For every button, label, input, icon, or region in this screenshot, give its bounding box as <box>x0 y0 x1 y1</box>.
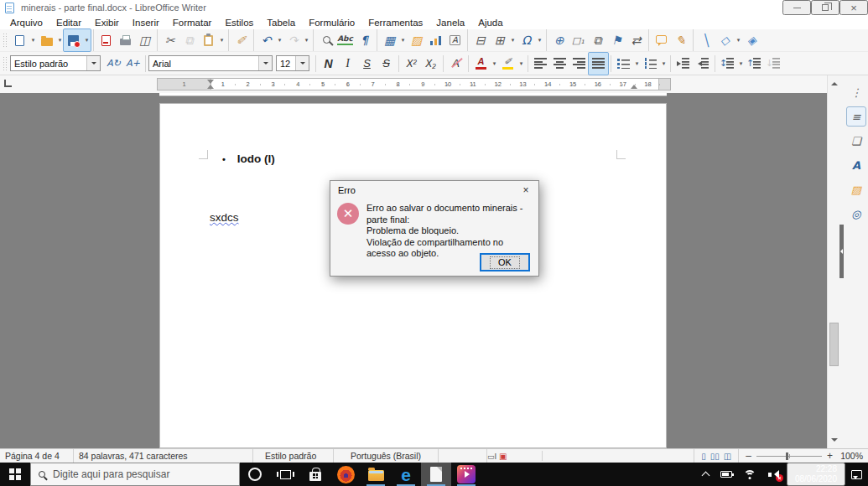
dialog-title-bar[interactable]: Erro × <box>330 181 538 199</box>
dropdown-arrow[interactable]: ▾ <box>83 31 91 50</box>
minimize-button[interactable] <box>782 0 811 15</box>
language-status[interactable]: Português (Brasil) <box>334 449 439 463</box>
document-modified-icon[interactable]: ▣ <box>499 452 507 461</box>
edge-button[interactable]: e <box>391 463 421 486</box>
insert-line-button[interactable]: ╲ <box>696 31 715 50</box>
clone-formatting-button[interactable]: ✐ <box>231 31 251 50</box>
navigator-icon[interactable]: ◎ <box>846 204 866 224</box>
undo-button[interactable]: ↶ <box>257 31 276 50</box>
insert-chart-button[interactable] <box>426 31 445 50</box>
dropdown-arrow[interactable]: ▾ <box>509 31 517 50</box>
decrease-paragraph-spacing-button[interactable]: ↓ <box>764 54 783 73</box>
special-character-button[interactable]: Ω <box>517 31 536 50</box>
horizontal-ruler[interactable]: 1 123456789101112131415161718 <box>157 78 671 90</box>
menu-janela[interactable]: Janela <box>429 17 471 28</box>
battery-tray-button[interactable] <box>715 463 738 486</box>
page-icon[interactable]: ❏ <box>846 131 866 151</box>
spell-check-button[interactable]: Abc <box>335 31 355 50</box>
right-indent-marker[interactable] <box>631 85 637 89</box>
movies-tv-button[interactable] <box>451 463 481 486</box>
selection-mode-icon[interactable]: ▭I <box>487 452 496 461</box>
tab-stop-selector-icon[interactable] <box>4 80 12 87</box>
toolbar-grip[interactable] <box>3 56 8 71</box>
dialog-close-button[interactable]: × <box>513 181 538 199</box>
italic-button[interactable]: I <box>338 54 357 73</box>
basic-shapes-button[interactable]: ◇ <box>715 31 735 50</box>
cut-button[interactable]: ✂ <box>160 31 179 50</box>
clear-formatting-button[interactable]: A <box>446 54 465 73</box>
file-explorer-button[interactable] <box>361 463 391 486</box>
single-page-view-icon[interactable]: ▯ <box>701 452 706 461</box>
align-left-button[interactable] <box>531 54 550 73</box>
paste-button[interactable] <box>199 31 218 50</box>
highlight-color-button[interactable]: ✐ <box>498 54 517 73</box>
page-style-status[interactable]: Estilo padrão <box>253 449 334 463</box>
word-count-status[interactable]: 84 palavras, 471 caracteres <box>74 449 253 463</box>
dropdown-arrow[interactable]: ▾ <box>491 54 498 73</box>
dropdown-arrow[interactable]: ▾ <box>29 31 37 50</box>
zoom-out-button[interactable]: – <box>746 450 751 462</box>
scroll-down-icon[interactable] <box>828 433 840 447</box>
properties-icon[interactable]: ≡ <box>846 106 866 127</box>
book-view-icon[interactable]: ◫ <box>724 452 731 461</box>
font-color-button[interactable]: A <box>471 54 491 73</box>
zoom-level[interactable]: 100% <box>839 451 868 461</box>
firefox-button[interactable] <box>330 463 361 486</box>
save-button[interactable] <box>64 31 83 50</box>
numbered-list-button[interactable] <box>641 54 660 73</box>
styles-icon[interactable]: A <box>846 155 866 175</box>
menu-editar[interactable]: Editar <box>49 17 88 28</box>
page-count-status[interactable]: Página 4 de 4 <box>0 449 74 463</box>
insert-textbox-button[interactable]: A <box>445 31 465 50</box>
bold-button[interactable]: N <box>319 54 338 73</box>
find-replace-button[interactable] <box>316 31 335 50</box>
dropdown-arrow[interactable]: ▾ <box>56 31 64 50</box>
typed-text[interactable]: sxdcs <box>210 211 239 224</box>
increase-paragraph-spacing-button[interactable]: ↑ <box>745 54 764 73</box>
task-view-button[interactable] <box>270 463 300 486</box>
insert-footnote-button[interactable]: □₁ <box>569 31 588 50</box>
page-break-button[interactable]: ⊟ <box>470 31 490 50</box>
scrollbar-thumb[interactable] <box>829 323 839 366</box>
dropdown-arrow[interactable]: ▾ <box>735 31 742 50</box>
new-style-button[interactable]: A+ <box>123 54 143 73</box>
action-center-button[interactable] <box>845 463 868 486</box>
justify-button[interactable] <box>589 54 608 73</box>
insert-table-button[interactable]: ▦ <box>380 31 399 50</box>
title-bar[interactable]: minerais - parte final.docx - LibreOffic… <box>0 0 868 15</box>
toolbar-grip[interactable] <box>3 33 8 48</box>
menu-ajuda[interactable]: Ajuda <box>471 17 509 28</box>
combo-arrow-icon[interactable] <box>86 56 100 70</box>
dropdown-arrow[interactable]: ▾ <box>737 54 745 73</box>
restore-button[interactable] <box>811 0 839 15</box>
writer-taskbar-button[interactable] <box>421 463 451 486</box>
menu-inserir[interactable]: Inserir <box>126 17 166 28</box>
decrease-indent-button[interactable] <box>693 54 712 73</box>
dropdown-arrow[interactable]: ▾ <box>399 31 407 50</box>
menu-ferramentas[interactable]: Ferramentas <box>361 17 429 28</box>
list-item-text[interactable]: Iodo (I) <box>237 153 275 165</box>
insert-comment-button[interactable] <box>652 31 671 50</box>
menu-arquivo[interactable]: Arquivo <box>3 17 49 28</box>
cortana-button[interactable] <box>240 463 270 486</box>
menu-formatar[interactable]: Formatar <box>166 17 219 28</box>
dropdown-arrow[interactable]: ▾ <box>218 31 226 50</box>
combo-arrow-icon[interactable] <box>295 56 309 70</box>
ok-button[interactable]: OK <box>480 253 530 271</box>
track-changes-button[interactable]: ✎ <box>671 31 690 50</box>
vertical-scrollbar[interactable] <box>828 75 840 448</box>
start-button[interactable] <box>0 463 30 486</box>
dropdown-arrow[interactable]: ▾ <box>303 31 310 50</box>
font-size-combo[interactable]: 12 <box>276 55 309 71</box>
microsoft-store-button[interactable] <box>300 463 330 486</box>
bullet-list-item[interactable]: • Iodo (I) <box>222 153 275 165</box>
taskbar-search-input[interactable] <box>53 468 221 480</box>
increase-indent-button[interactable] <box>673 54 693 73</box>
insert-endnote-button[interactable]: ⧉ <box>588 31 607 50</box>
export-pdf-button[interactable] <box>96 31 116 50</box>
first-line-indent-marker[interactable] <box>207 80 214 84</box>
insert-image-button[interactable]: ▨ <box>407 31 426 50</box>
menu-tabela[interactable]: Tabela <box>260 17 302 28</box>
hyperlink-button[interactable]: ⊕ <box>549 31 569 50</box>
redo-button[interactable]: ↷ <box>283 31 303 50</box>
